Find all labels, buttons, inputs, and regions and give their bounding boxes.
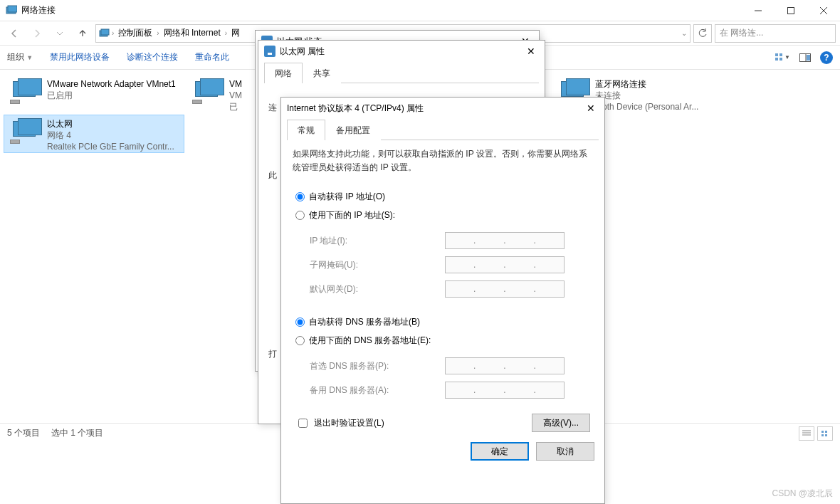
tab-network[interactable]: 网络 xyxy=(264,63,303,83)
forward-button[interactable] xyxy=(27,23,47,43)
alternate-dns-label: 备用 DNS 服务器(A): xyxy=(310,384,445,397)
breadcrumb-segment[interactable]: 网 xyxy=(229,26,243,41)
ip-address-label: IP 地址(I): xyxy=(310,235,445,247)
dialog-title: Internet 协议版本 4 (TCP/IPv4) 属性 xyxy=(287,103,424,115)
view-options-button[interactable]: ▼ xyxy=(775,50,790,65)
svg-rect-1 xyxy=(8,6,17,12)
selection-count: 选中 1 个项目 xyxy=(51,427,103,439)
advanced-button[interactable]: 高级(V)... xyxy=(532,414,590,432)
close-button[interactable] xyxy=(807,0,840,21)
cancel-button[interactable]: 取消 xyxy=(536,442,594,461)
connection-name: 以太网 xyxy=(47,118,174,130)
chevron-right-icon: › xyxy=(157,29,159,37)
radio-manual-ip[interactable] xyxy=(295,211,305,220)
radio-manual-dns[interactable] xyxy=(295,336,305,345)
svg-rect-21 xyxy=(825,434,827,436)
connection-status: VM xyxy=(229,90,242,101)
connection-device: tooth Device (Personal Ar... xyxy=(595,101,698,112)
connection-status: 网络 4 xyxy=(47,130,174,141)
radio-manual-ip-label: 使用下面的 IP 地址(S): xyxy=(309,209,395,221)
connection-name: VM xyxy=(229,78,242,90)
ipv4-properties-dialog: Internet 协议版本 4 (TCP/IPv4) 属性 ✕ 常规 备用配置 … xyxy=(280,97,605,504)
breadcrumb-segment[interactable]: 网络和 Internet xyxy=(161,26,224,41)
chevron-right-icon: › xyxy=(225,29,227,37)
help-button[interactable]: ? xyxy=(820,51,833,64)
breadcrumb-segment[interactable]: 控制面板 xyxy=(115,26,155,41)
alternate-dns-input[interactable]: ... xyxy=(445,382,565,399)
radio-auto-ip[interactable] xyxy=(295,192,305,201)
location-icon xyxy=(99,28,110,39)
connection-status: 未连接 xyxy=(595,90,698,101)
ip-address-input[interactable]: ... xyxy=(445,232,565,249)
radio-auto-dns-label: 自动获得 DNS 服务器地址(B) xyxy=(309,316,420,328)
svg-rect-14 xyxy=(807,55,810,61)
svg-rect-18 xyxy=(821,431,824,433)
window-titlebar: 网络连接 xyxy=(0,0,840,21)
tab-general[interactable]: 常规 xyxy=(287,120,325,140)
disable-device-cmd[interactable]: 禁用此网络设备 xyxy=(50,51,110,63)
svg-rect-11 xyxy=(779,58,782,61)
watermark: CSDN @凌北辰 xyxy=(772,488,833,500)
default-gateway-input[interactable]: ... xyxy=(445,280,565,298)
connection-item-ethernet[interactable]: 以太网 网络 4 Realtek PCIe GbE Family Contr..… xyxy=(4,115,184,152)
default-gateway-label: 默认网关(D): xyxy=(310,283,445,295)
organize-menu[interactable]: 组织 ▼ xyxy=(7,51,33,63)
subnet-mask-input[interactable]: ... xyxy=(445,256,565,273)
tab-strip: 常规 备用配置 xyxy=(287,119,599,140)
network-adapter-icon xyxy=(7,118,41,145)
details-view-button[interactable] xyxy=(799,426,814,441)
svg-rect-10 xyxy=(775,58,778,61)
svg-rect-7 xyxy=(101,29,109,35)
window-title: 网络连接 xyxy=(21,4,56,16)
back-button[interactable] xyxy=(4,23,24,43)
maximize-button[interactable] xyxy=(775,0,807,21)
connection-name: 蓝牙网络连接 xyxy=(595,78,698,90)
dialog-title: 以太网 属性 xyxy=(280,46,325,58)
minimize-button[interactable] xyxy=(742,0,775,21)
svg-rect-8 xyxy=(775,53,778,56)
svg-rect-9 xyxy=(779,53,782,56)
tab-alternate[interactable]: 备用配置 xyxy=(325,120,381,140)
refresh-button[interactable] xyxy=(693,24,712,43)
tab-strip: 网络 共享 xyxy=(264,62,539,83)
radio-auto-ip-label: 自动获得 IP 地址(O) xyxy=(309,191,385,203)
network-adapter-icon xyxy=(7,78,41,105)
connection-name: VMware Network Adapter VMnet1 xyxy=(47,78,176,90)
icons-view-button[interactable] xyxy=(817,426,833,441)
close-button[interactable]: ✕ xyxy=(520,41,542,62)
radio-auto-dns[interactable] xyxy=(295,317,305,327)
diagnose-cmd[interactable]: 诊断这个连接 xyxy=(127,51,178,63)
svg-rect-20 xyxy=(821,434,824,436)
network-adapter-icon xyxy=(189,78,224,105)
preferred-dns-input[interactable]: ... xyxy=(445,357,565,374)
close-button[interactable]: ✕ xyxy=(580,98,602,119)
preferred-dns-label: 首选 DNS 服务器(P): xyxy=(310,360,445,372)
recent-dropdown[interactable] xyxy=(50,23,70,43)
svg-rect-3 xyxy=(788,7,794,14)
search-input[interactable]: 在 网络连... xyxy=(715,24,836,43)
rename-cmd[interactable]: 重命名此 xyxy=(195,51,229,63)
validate-on-exit-checkbox[interactable] xyxy=(298,419,308,428)
chevron-right-icon: › xyxy=(112,29,114,37)
subnet-mask-label: 子网掩码(U): xyxy=(310,259,445,271)
network-icon xyxy=(264,46,275,57)
svg-rect-19 xyxy=(825,431,827,433)
ok-button[interactable]: 确定 xyxy=(471,442,529,461)
app-icon xyxy=(6,5,17,16)
connection-device: Realtek PCIe GbE Family Contr... xyxy=(47,141,174,152)
item-count: 5 个项目 xyxy=(7,427,40,439)
radio-manual-dns-label: 使用下面的 DNS 服务器地址(E): xyxy=(309,335,431,347)
up-button[interactable] xyxy=(73,23,93,43)
preview-pane-button[interactable] xyxy=(797,50,813,65)
connection-status: 已启用 xyxy=(47,90,176,101)
chevron-down-icon[interactable]: ⌄ xyxy=(681,29,687,37)
tab-sharing[interactable]: 共享 xyxy=(303,63,341,83)
ipv4-description: 如果网络支持此功能，则可以获取自动指派的 IP 设置。否则，你需要从网络系统管理… xyxy=(293,147,593,174)
validate-on-exit-label: 退出时验证设置(L) xyxy=(314,417,384,429)
connection-item[interactable]: VMware Network Adapter VMnet1 已启用 xyxy=(4,75,184,112)
connection-device: 已 xyxy=(229,101,242,112)
